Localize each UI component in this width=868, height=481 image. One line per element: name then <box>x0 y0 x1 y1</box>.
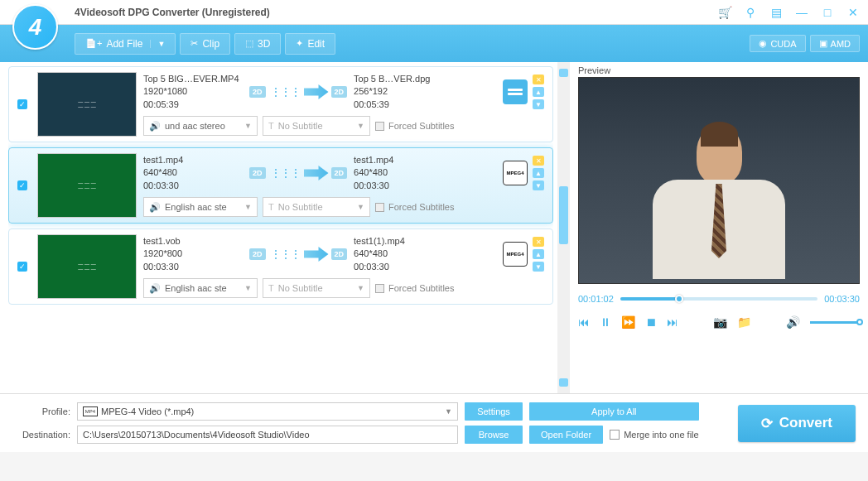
speaker-icon: 🔊 <box>149 202 161 213</box>
forced-subtitles-checkbox[interactable]: Forced Subtitles <box>375 283 454 293</box>
source-info: test1.vob1920*80000:03:30 <box>143 235 243 273</box>
browse-button[interactable]: Browse <box>465 426 523 444</box>
subtitle-select[interactable]: TNo Subtitle▼ <box>263 116 370 136</box>
minimize-icon[interactable]: — <box>795 6 808 19</box>
audio-select[interactable]: 🔊und aac stereo▼ <box>143 116 258 136</box>
next-icon[interactable]: ⏭ <box>667 315 678 329</box>
thumbnail[interactable]: — — —— — — <box>37 72 137 137</box>
edit-button[interactable]: ✦Edit <box>285 33 335 55</box>
scissors-icon: ✂ <box>190 38 198 49</box>
source-info: test1.mp4640*48000:03:30 <box>143 154 243 192</box>
preview-panel: Preview 00:01:02 00:03:30 ⏮ ⏸ ⏩ ⏹ ⏭ 📷 📁 … <box>570 62 868 393</box>
app-logo: 4 <box>12 4 58 50</box>
apply-all-button[interactable]: Apply to All <box>529 402 699 421</box>
dest-info: test1(1).mp4640*48000:03:30 <box>354 235 453 273</box>
seek-slider[interactable] <box>620 297 817 301</box>
move-up-icon[interactable]: ▲ <box>533 87 544 97</box>
file-item[interactable]: ✓— — —— — —test1.vob1920*80000:03:302D⋮⋮… <box>8 228 553 305</box>
source-info: Top 5 BIG…EVER.MP41920*108000:05:39 <box>143 73 243 111</box>
remove-icon[interactable]: ✕ <box>533 156 544 166</box>
cart-icon[interactable]: 🛒 <box>718 6 731 19</box>
maximize-icon[interactable]: □ <box>821 6 834 19</box>
plus-icon: 📄+ <box>85 38 102 49</box>
thumbnail[interactable]: — — —— — — <box>37 153 137 218</box>
item-checkbox[interactable]: ✓ <box>14 99 31 109</box>
folder-icon[interactable]: 📁 <box>737 315 751 329</box>
mpeg-icon: MP4 <box>83 406 98 416</box>
item-checkbox[interactable]: ✓ <box>14 262 31 272</box>
amd-icon: ▣ <box>819 38 827 49</box>
move-up-icon[interactable]: ▲ <box>533 249 544 259</box>
destination-input[interactable]: C:\Users\20150713\Documents\4Videosoft S… <box>77 426 458 444</box>
format-icon <box>503 79 528 104</box>
3d-button[interactable]: ⬚3D <box>234 33 281 55</box>
remove-icon[interactable]: ✕ <box>533 237 544 247</box>
forced-subtitles-checkbox[interactable]: Forced Subtitles <box>375 121 454 131</box>
window-title: 4Videosoft DPG Converter (Unregistered) <box>75 7 270 18</box>
nvidia-icon: ◉ <box>759 38 767 49</box>
merge-checkbox[interactable]: Merge into one file <box>610 430 699 440</box>
conversion-arrow: 2D⋮⋮⋮2D <box>249 84 347 99</box>
move-down-icon[interactable]: ▼ <box>533 99 544 109</box>
dest-info: Top 5 B…VER.dpg256*19200:05:39 <box>354 73 453 111</box>
3d-icon: ⬚ <box>245 38 253 49</box>
subtitle-select[interactable]: TNo Subtitle▼ <box>263 278 370 298</box>
cuda-chip[interactable]: ◉CUDA <box>750 35 805 52</box>
chevron-down-icon: ▼ <box>445 407 452 416</box>
wand-icon: ✦ <box>296 38 303 49</box>
clip-button[interactable]: ✂Clip <box>180 33 230 55</box>
list-scrollbar[interactable] <box>557 62 570 393</box>
file-item[interactable]: ✓— — —— — —Top 5 BIG…EVER.MP41920*108000… <box>8 66 553 142</box>
titlebar: 4 4Videosoft DPG Converter (Unregistered… <box>0 0 868 25</box>
preview-label: Preview <box>578 64 860 77</box>
bottom-bar: Profile: MP4MPEG-4 Video (*.mp4)▼ Settin… <box>0 393 868 452</box>
current-time: 00:01:02 <box>578 294 614 304</box>
toolbar: 📄+Add File▼ ✂Clip ⬚3D ✦Edit ◉CUDA ▣AMD <box>0 25 868 62</box>
settings-button[interactable]: Settings <box>465 402 523 421</box>
format-icon: MPEG4 <box>503 161 528 185</box>
audio-select[interactable]: 🔊English aac ste▼ <box>143 278 258 298</box>
item-checkbox[interactable]: ✓ <box>14 180 31 190</box>
profile-select[interactable]: MP4MPEG-4 Video (*.mp4)▼ <box>77 402 458 421</box>
speaker-icon: 🔊 <box>149 121 161 132</box>
menu-icon[interactable]: ▤ <box>769 6 783 19</box>
format-icon: MPEG4 <box>503 242 528 267</box>
close-icon[interactable]: ✕ <box>846 6 860 19</box>
stop-icon[interactable]: ⏹ <box>645 315 657 329</box>
refresh-icon: ⟳ <box>761 415 773 432</box>
subtitle-select[interactable]: TNo Subtitle▼ <box>263 197 370 217</box>
destination-label: Destination: <box>12 430 70 440</box>
thumbnail[interactable]: — — —— — — <box>37 234 137 299</box>
key-icon[interactable]: ⚲ <box>744 6 757 19</box>
conversion-arrow: 2D⋮⋮⋮2D <box>249 166 347 180</box>
snapshot-icon[interactable]: 📷 <box>713 315 727 329</box>
file-item[interactable]: ✓— — —— — —test1.mp4640*48000:03:302D⋮⋮⋮… <box>8 147 553 224</box>
file-list: ✓— — —— — —Top 5 BIG…EVER.MP41920*108000… <box>0 62 557 393</box>
move-down-icon[interactable]: ▼ <box>533 262 544 272</box>
forced-subtitles-checkbox[interactable]: Forced Subtitles <box>375 202 454 212</box>
add-file-button[interactable]: 📄+Add File▼ <box>75 33 176 55</box>
speaker-icon: 🔊 <box>149 283 161 294</box>
dest-info: test1.mp4640*48000:03:30 <box>354 154 453 192</box>
chevron-down-icon[interactable]: ▼ <box>150 40 165 48</box>
move-down-icon[interactable]: ▼ <box>533 180 544 190</box>
open-folder-button[interactable]: Open Folder <box>529 426 603 444</box>
convert-button[interactable]: ⟳Convert <box>738 405 856 442</box>
volume-icon[interactable]: 🔊 <box>786 315 800 329</box>
volume-slider[interactable] <box>810 321 860 324</box>
conversion-arrow: 2D⋮⋮⋮2D <box>249 247 347 262</box>
remove-icon[interactable]: ✕ <box>533 75 544 84</box>
profile-label: Profile: <box>12 406 70 416</box>
amd-chip[interactable]: ▣AMD <box>810 35 860 52</box>
total-time: 00:03:30 <box>824 294 860 304</box>
pause-icon[interactable]: ⏸ <box>600 315 611 329</box>
prev-icon[interactable]: ⏮ <box>578 315 590 329</box>
audio-select[interactable]: 🔊English aac ste▼ <box>143 197 258 217</box>
move-up-icon[interactable]: ▲ <box>533 168 544 178</box>
forward-icon[interactable]: ⏩ <box>621 315 635 329</box>
preview-video[interactable] <box>578 77 860 284</box>
